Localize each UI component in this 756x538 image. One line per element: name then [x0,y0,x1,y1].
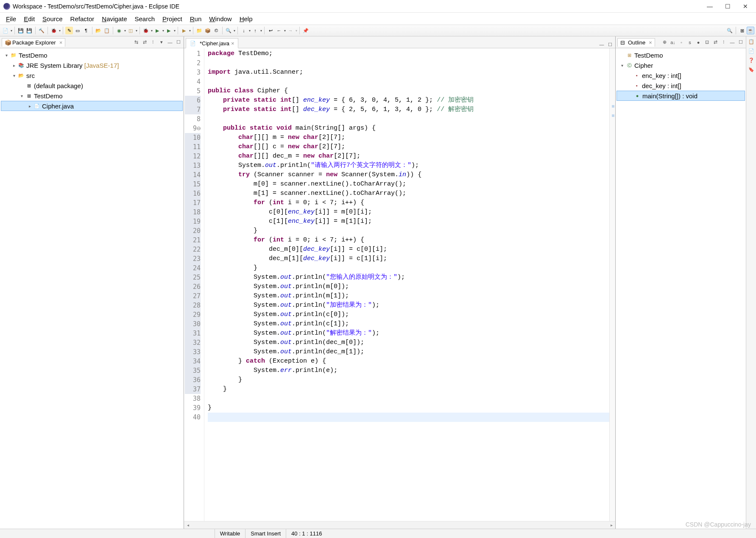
code-editor[interactable]: 123456789⊖101112131415161718192021222324… [184,48,615,521]
cheat-sheets-icon[interactable]: 📄 [748,47,755,54]
run-last-icon[interactable]: ▶ [180,27,188,34]
debug-toolbar-icon[interactable]: 🐞 [50,27,58,34]
code-line[interactable]: } [208,385,609,394]
save-all-icon[interactable]: 💾 [25,27,33,34]
line-number[interactable]: 27 [185,291,201,301]
line-number[interactable]: 10 [185,133,201,142]
line-number[interactable]: 37 [185,385,201,394]
package-explorer-tree[interactable]: ▾📁 TestDemo ▸📚 JRE System Library [JavaS… [0,48,184,529]
link-editor-icon[interactable]: ⇄ [712,39,719,46]
hide-static-icon[interactable]: s [686,39,693,46]
close-icon[interactable]: × [649,39,652,46]
code-line[interactable]: char[][] c = new char[2][7]; [208,142,609,152]
tree-java-file[interactable]: ▸📄 Cipher.java [1,101,183,111]
show-whitespace-icon[interactable]: ¶ [82,27,90,34]
line-number[interactable]: 40 [185,413,201,422]
java-perspective-icon[interactable]: ☕ [747,27,754,34]
editor-tab-cipher[interactable]: 📄 *Cipher.java × [186,38,238,48]
line-number[interactable]: 13 [185,161,201,170]
view-menu-icon[interactable]: ▾ [158,39,165,46]
new-class-icon[interactable]: ◉ [115,27,123,34]
code-line[interactable]: private static int[] enc_key = { 6, 3, 0… [208,96,609,105]
line-number[interactable]: 33 [185,347,201,357]
code-line[interactable]: c[1][enc_key[i]] = m[1][i]; [208,217,609,226]
line-number[interactable]: 28 [185,301,201,310]
line-number[interactable]: 6 [185,96,201,105]
code-line[interactable]: System.out.println("请输入两行7个英文字符的明文："); [208,161,609,170]
bookmarks-icon[interactable]: 🔖 [748,66,755,73]
code-line[interactable]: System.out.println(dec_m[1]); [208,347,609,357]
new-java-package-icon[interactable]: 📦 [204,27,212,34]
menu-navigate[interactable]: Navigate [98,14,130,24]
code-line[interactable]: } [208,403,609,413]
code-line[interactable]: System.out.println(c[1]); [208,319,609,329]
menu-window[interactable]: Window [206,14,235,24]
menu-source[interactable]: Source [39,14,66,24]
maximize-panel-icon[interactable]: ☐ [737,39,744,46]
sort-icon[interactable]: a↓ [670,39,676,46]
window-close-button[interactable]: ✕ [742,3,749,10]
outline-member[interactable]: ▪dec_key : int[] [617,80,745,91]
minimize-panel-icon[interactable]: — [167,39,173,46]
code-line[interactable]: package TestDemo; [208,49,609,58]
line-number[interactable]: 4 [185,77,201,86]
quick-access-icon[interactable]: 🔍 [726,27,734,34]
line-number[interactable]: 12 [185,152,201,161]
outline-member[interactable]: ●main(String[]) : void [617,91,745,101]
collapse-all-icon[interactable]: ⇆ [133,39,139,46]
line-number[interactable]: 26 [185,282,201,291]
line-number[interactable]: 38 [185,394,201,403]
code-line[interactable]: System.out.println("解密结果为："); [208,329,609,338]
line-number[interactable]: 7 [185,105,201,114]
line-number[interactable]: 34 [185,357,201,366]
search-icon[interactable]: 🔍 [225,27,232,34]
last-edit-icon[interactable]: ↩ [267,27,274,34]
line-number[interactable]: 32 [185,338,201,347]
line-number[interactable]: 18 [185,208,201,217]
forward-icon[interactable]: → [287,27,294,34]
line-number[interactable]: 29 [185,310,201,319]
package-explorer-tab[interactable]: 📦 Package Explorer × [2,38,65,47]
line-number[interactable]: 11 [185,142,201,152]
maximize-panel-icon[interactable]: ☐ [175,39,182,46]
line-number[interactable]: 2 [185,58,201,68]
hide-nonpublic-icon[interactable]: ● [695,39,702,46]
line-number[interactable]: 16 [185,189,201,198]
code-line[interactable]: System.out.println(m[0]); [208,282,609,291]
code-line[interactable]: import java.util.Scanner; [208,68,609,77]
code-line[interactable]: m[1] = scanner.nextLine().toCharArray(); [208,189,609,198]
tree-project[interactable]: ▾📁 TestDemo [1,50,183,60]
window-minimize-button[interactable]: — [706,3,714,10]
code-line[interactable]: m[0] = scanner.nextLine().toCharArray(); [208,180,609,189]
outline-class[interactable]: ▾Ⓒ Cipher [617,60,745,70]
menu-file[interactable]: File [3,14,20,24]
line-number[interactable]: 5 [185,86,201,96]
code-line[interactable]: } catch (Exception e) { [208,357,609,366]
line-number[interactable]: 36 [185,375,201,385]
maximize-editor-icon[interactable]: ☐ [607,41,614,48]
menu-refactor[interactable]: Refactor [67,14,98,24]
line-number[interactable]: 31 [185,329,201,338]
line-number-gutter[interactable]: 123456789⊖101112131415161718192021222324… [184,48,204,521]
run-icon[interactable]: ▶ [153,27,161,34]
save-icon[interactable]: 💾 [17,27,25,34]
close-icon[interactable]: × [231,40,234,47]
prev-annotation-icon[interactable]: ↑ [251,27,259,34]
code-line[interactable]: System.out.println(c[0]); [208,310,609,319]
code-content[interactable]: package TestDemo; import java.util.Scann… [204,48,609,521]
line-number[interactable]: 25 [185,273,201,282]
code-line[interactable]: char[][] m = new char[2][7]; [208,133,609,142]
line-number[interactable]: 23 [185,254,201,263]
debug-icon[interactable]: 🐞 [142,27,150,34]
code-line[interactable] [208,58,609,68]
code-line[interactable]: public class Cipher { [208,86,609,96]
tree-jre[interactable]: ▸📚 JRE System Library [JavaSE-17] [1,60,183,70]
hide-fields-icon[interactable]: ◦ [678,39,685,46]
line-number[interactable]: 1 [185,49,201,58]
code-line[interactable]: System.out.println(m[1]); [208,291,609,301]
code-line[interactable]: } [208,226,609,236]
code-line[interactable]: } [208,375,609,385]
open-perspective-icon[interactable]: ⊞ [738,27,746,34]
outline-tab[interactable]: ⊟ Outline × [617,38,655,47]
code-line[interactable]: dec_m[0][dec_key[i]] = c[0][i]; [208,245,609,254]
